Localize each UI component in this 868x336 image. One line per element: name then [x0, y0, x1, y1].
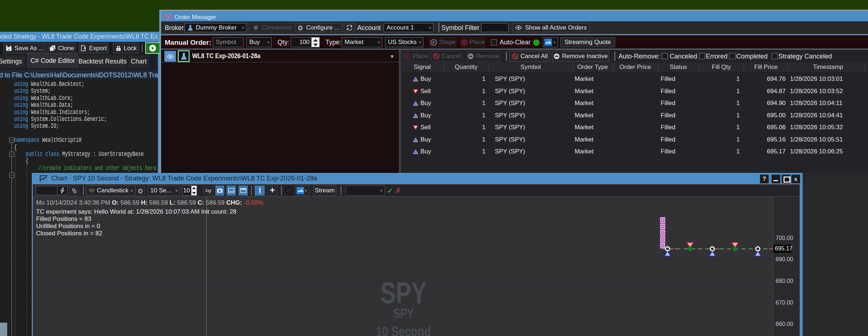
svg-text:D: D	[661, 243, 664, 248]
svg-text:D: D	[661, 231, 664, 236]
svg-text:D: D	[661, 218, 664, 223]
svg-text:D: D	[661, 224, 664, 229]
svg-text:D: D	[661, 237, 664, 242]
